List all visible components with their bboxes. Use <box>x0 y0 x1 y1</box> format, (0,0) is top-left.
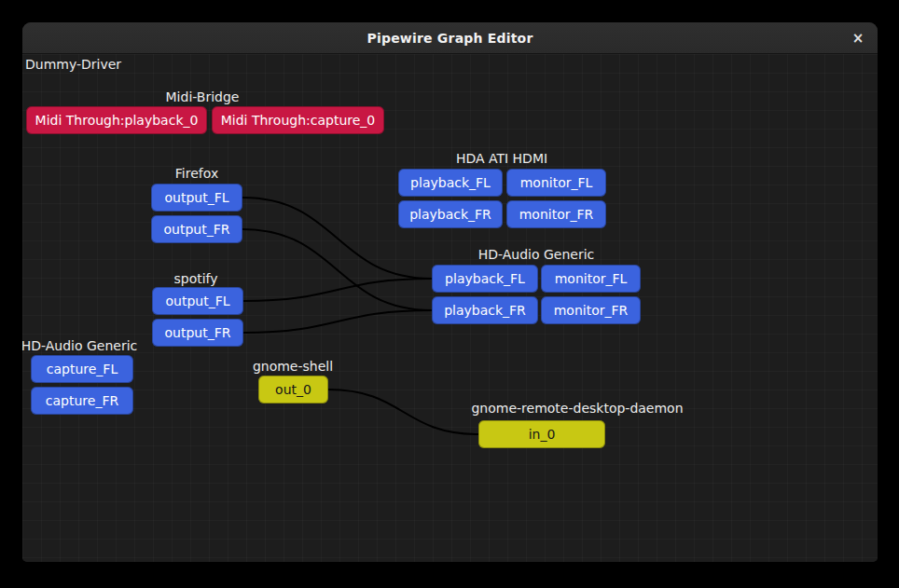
port-firefox-output-fl[interactable]: output_FL <box>151 184 242 212</box>
close-icon[interactable]: × <box>848 28 868 48</box>
port-hdag-playback-fl[interactable]: playback_FL <box>432 265 538 293</box>
node-title-hd-audio-generic-out[interactable]: HD-Audio Generic <box>478 248 595 262</box>
link-firefox-fr-to-hdag-playback-fr[interactable] <box>242 229 432 310</box>
node-title-hda-ati-hdmi[interactable]: HDA ATI HDMI <box>456 152 547 166</box>
port-hdag-capture-fl[interactable]: capture_FL <box>31 355 133 383</box>
port-hdag-monitor-fl[interactable]: monitor_FL <box>541 265 641 293</box>
node-title-firefox[interactable]: Firefox <box>175 167 218 181</box>
link-gnome-shell-out-0-to-grd-in-0[interactable] <box>328 390 478 434</box>
node-title-hd-audio-generic-in[interactable]: HD-Audio Generic <box>22 339 137 353</box>
port-gnome-shell-out-0[interactable]: out_0 <box>258 376 328 403</box>
link-spotify-fl-to-hdag-playback-fl[interactable] <box>243 279 432 301</box>
port-grd-in-0[interactable]: in_0 <box>478 420 605 448</box>
titlebar[interactable]: Pipewire Graph Editor × <box>22 22 878 54</box>
port-spotify-output-fl[interactable]: output_FL <box>152 287 243 315</box>
link-spotify-fr-to-hdag-playback-fr[interactable] <box>243 310 432 333</box>
graph-canvas[interactable]: Dummy-DriverMidi-BridgeMidi Through:play… <box>22 54 878 562</box>
pipewire-graph-editor-window: Pipewire Graph Editor × Dummy-DriverMidi… <box>22 22 878 562</box>
node-title-gnome-shell[interactable]: gnome-shell <box>253 360 333 374</box>
port-hdmi-monitor-fr[interactable]: monitor_FR <box>506 200 606 228</box>
port-hdag-monitor-fr[interactable]: monitor_FR <box>541 296 641 324</box>
node-title-midi-bridge[interactable]: Midi-Bridge <box>166 90 240 104</box>
node-title-spotify[interactable]: spotify <box>173 272 217 286</box>
port-spotify-output-fr[interactable]: output_FR <box>152 319 243 347</box>
port-hdmi-monitor-fl[interactable]: monitor_FL <box>506 169 606 197</box>
window-title: Pipewire Graph Editor <box>367 31 532 46</box>
node-title-gnome-remote-desktop-daemon[interactable]: gnome-remote-desktop-daemon <box>471 402 683 416</box>
port-firefox-output-fr[interactable]: output_FR <box>151 215 242 243</box>
port-hdmi-playback-fr[interactable]: playback_FR <box>398 200 503 228</box>
port-midi-through-capture-0[interactable]: Midi Through:capture_0 <box>212 106 384 134</box>
port-hdag-playback-fr[interactable]: playback_FR <box>432 296 538 324</box>
port-hdmi-playback-fl[interactable]: playback_FL <box>398 169 503 197</box>
port-midi-through-playback-0[interactable]: Midi Through:playback_0 <box>26 106 207 134</box>
port-hdag-capture-fr[interactable]: capture_FR <box>31 387 133 415</box>
node-title-dummy-driver[interactable]: Dummy-Driver <box>25 58 121 72</box>
